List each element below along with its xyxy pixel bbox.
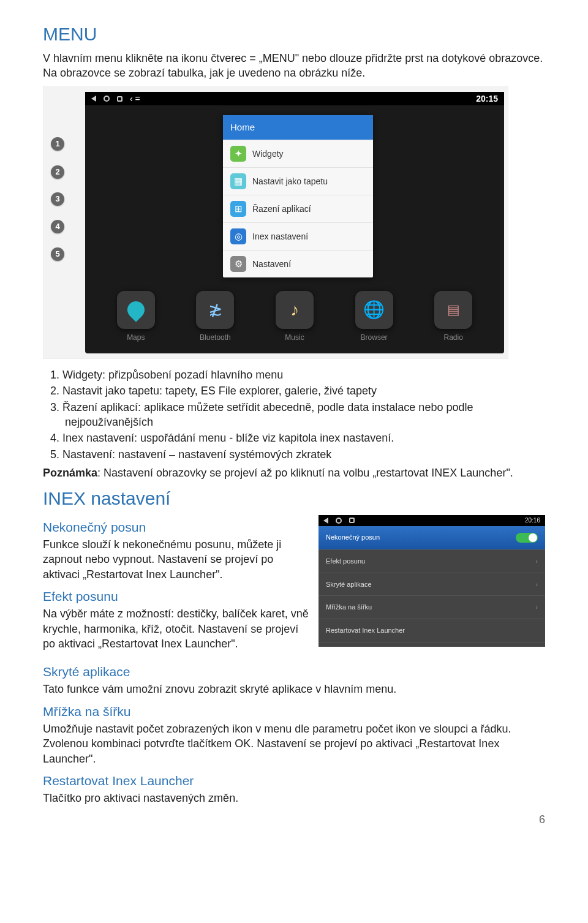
sub-nekonecny-text: Funkce slouží k nekonečnému posunu, může… bbox=[43, 537, 309, 582]
dock-item-browser[interactable]: 🌐 Browser bbox=[355, 291, 393, 342]
page-number: 6 bbox=[43, 812, 545, 827]
chevron-right-icon: › bbox=[535, 580, 538, 589]
wallpaper-icon: ▦ bbox=[230, 173, 246, 189]
sub-skryte-text: Tato funkce vám umožní znovu zobrazit sk… bbox=[43, 682, 545, 696]
radio-icon: ▤ bbox=[434, 291, 472, 329]
gear-icon: ⚙ bbox=[230, 256, 246, 272]
nav-buttons: ‹ = bbox=[91, 93, 140, 105]
list-item: 3. Řazení aplikací: aplikace můžete setř… bbox=[65, 400, 545, 430]
row-label: Nekonečný posun bbox=[326, 533, 380, 542]
maps-icon bbox=[117, 291, 155, 329]
dock-label: Browser bbox=[355, 333, 393, 342]
dock-item-radio[interactable]: ▤ Radio bbox=[434, 291, 472, 342]
back-icon bbox=[323, 518, 328, 524]
list-item: 1. Widgety: přizpůsobení pozadí hlavního… bbox=[65, 367, 545, 382]
setting-row-mrizka[interactable]: Mřížka na šířku › bbox=[318, 596, 545, 619]
row-label: Efekt posunu bbox=[326, 557, 365, 566]
puzzle-icon: ✦ bbox=[230, 146, 246, 162]
sub-restart: Restartovat Inex Launcher bbox=[43, 772, 545, 789]
menu-header[interactable]: Home bbox=[223, 115, 373, 140]
setting-row-nekonecny[interactable]: Nekonečný posun bbox=[318, 526, 545, 550]
statusbar: ‹ = 20:15 bbox=[85, 92, 504, 105]
section-title-inex: INEX nastavení bbox=[43, 486, 545, 511]
menu-item-label: Nastavit jako tapetu bbox=[252, 176, 328, 187]
sub-restart-text: Tlačítko pro aktivaci nastavených změn. bbox=[43, 791, 545, 805]
callout-badge-5: 5 bbox=[51, 247, 64, 261]
recent-icon bbox=[349, 518, 355, 523]
clock: 20:16 bbox=[525, 516, 540, 525]
device-frame: ‹ = 20:15 Home ✦ Widgety ▦ Nastavit jako… bbox=[85, 92, 504, 353]
sub-efekt-posunu: Efekt posunu bbox=[43, 588, 309, 605]
home-icon bbox=[104, 96, 110, 102]
callout-badge-3: 3 bbox=[51, 192, 64, 206]
home-context-menu: Home ✦ Widgety ▦ Nastavit jako tapetu ⊞ … bbox=[223, 115, 373, 277]
sub-skryte-aplikace: Skryté aplikace bbox=[43, 663, 545, 680]
menu-item-inex[interactable]: ◎ Inex nastavení bbox=[223, 222, 373, 250]
sub-efekt-text: Na výběr máte z možností: destičky, balí… bbox=[43, 606, 309, 651]
callout-badge-4: 4 bbox=[51, 220, 64, 233]
dock-item-music[interactable]: ♪ Music bbox=[276, 291, 314, 342]
list-item: 2. Nastavit jako tapetu: tapety, ES File… bbox=[65, 383, 545, 398]
statusbar: 20:16 bbox=[318, 515, 545, 526]
menu-intro: V hlavním menu klikněte na ikonu čtverec… bbox=[43, 51, 545, 81]
settings-list: Nekonečný posun Efekt posunu › Skryté ap… bbox=[318, 526, 545, 642]
chevron-right-icon: › bbox=[535, 603, 538, 612]
setting-row-efekt[interactable]: Efekt posunu › bbox=[318, 550, 545, 573]
row-label: Restartovat Inex Launcher bbox=[326, 626, 405, 635]
back-icon bbox=[91, 96, 96, 102]
setting-row-skryte[interactable]: Skryté aplikace › bbox=[318, 573, 545, 597]
music-icon: ♪ bbox=[276, 291, 314, 329]
menu-item-nastaveni[interactable]: ⚙ Nastavení bbox=[223, 250, 373, 277]
screenshot-inex-settings: 20:16 Nekonečný posun Efekt posunu › Skr… bbox=[318, 515, 545, 647]
note-paragraph: Poznámka: Nastavení obrazovky se projeví… bbox=[43, 465, 545, 480]
row-label: Skryté aplikace bbox=[326, 580, 372, 589]
nav-forward-icon: ‹ = bbox=[130, 93, 140, 105]
dock-label: Bluetooth bbox=[196, 333, 234, 342]
note-text: : Nastavení obrazovky se projeví až po k… bbox=[97, 467, 513, 479]
menu-item-label: Nastavení bbox=[252, 258, 291, 270]
menu-item-widgety[interactable]: ✦ Widgety bbox=[223, 140, 373, 167]
list-item: 4. Inex nastavení: uspořádání menu - blí… bbox=[65, 431, 545, 445]
row-label: Mřížka na šířku bbox=[326, 603, 372, 612]
dock-item-bluetooth[interactable]: ≵ Bluetooth bbox=[196, 291, 234, 342]
menu-item-label: Inex nastavení bbox=[252, 231, 308, 243]
sub-nekonecny-posun: Nekonečný posun bbox=[43, 519, 309, 536]
section-title-menu: MENU bbox=[43, 22, 545, 47]
dock-label: Radio bbox=[434, 333, 472, 342]
chevron-right-icon: › bbox=[535, 557, 538, 566]
clock: 20:15 bbox=[476, 93, 498, 105]
bluetooth-icon: ≵ bbox=[196, 291, 234, 329]
menu-item-razeni[interactable]: ⊞ Řazení aplikací bbox=[223, 195, 373, 222]
toggle-on-icon[interactable] bbox=[516, 533, 538, 543]
menu-item-tapeta[interactable]: ▦ Nastavit jako tapetu bbox=[223, 167, 373, 195]
menu-options-list: 1. Widgety: přizpůsobení pozadí hlavního… bbox=[65, 367, 545, 462]
callout-badge-2: 2 bbox=[51, 165, 64, 179]
dock-item-maps[interactable]: Maps bbox=[117, 291, 155, 342]
recent-icon bbox=[117, 96, 123, 102]
callout-badge-1: 1 bbox=[51, 137, 64, 151]
sub-mrizka: Mřížka na šířku bbox=[43, 703, 545, 720]
dock-label: Maps bbox=[117, 333, 155, 342]
screenshot-home-menu: ‹ = 20:15 Home ✦ Widgety ▦ Nastavit jako… bbox=[43, 86, 508, 359]
circle-icon: ◎ bbox=[230, 228, 246, 244]
globe-icon: 🌐 bbox=[355, 291, 393, 329]
sub-mrizka-text: Umožňuje nastavit počet zobrazených ikon… bbox=[43, 721, 545, 766]
home-icon bbox=[336, 518, 342, 524]
dock-label: Music bbox=[276, 333, 314, 342]
sort-icon: ⊞ bbox=[230, 201, 246, 217]
dock: Maps ≵ Bluetooth ♪ Music 🌐 Browser ▤ Rad… bbox=[85, 291, 504, 342]
list-item: 5. Nastavení: nastavení – nastavení syst… bbox=[65, 447, 545, 462]
menu-item-label: Řazení aplikací bbox=[252, 203, 311, 215]
setting-row-restart[interactable]: Restartovat Inex Launcher bbox=[318, 619, 545, 642]
menu-item-label: Widgety bbox=[252, 148, 284, 160]
note-label: Poznámka bbox=[43, 467, 97, 479]
